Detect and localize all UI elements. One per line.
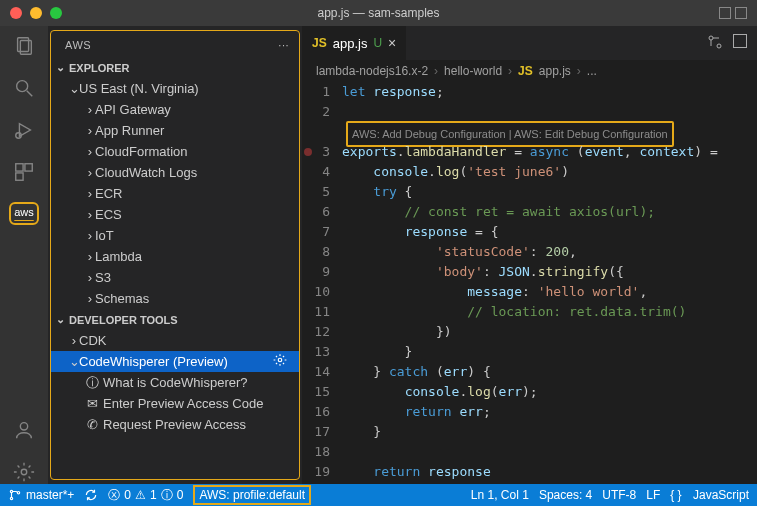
sidebar-more-icon[interactable]: ··· bbox=[278, 39, 289, 51]
close-window[interactable] bbox=[10, 7, 22, 19]
svg-point-12 bbox=[709, 36, 713, 40]
chevron-right-icon: › bbox=[85, 249, 95, 264]
tab-modified-indicator: U bbox=[373, 36, 382, 50]
cw-help[interactable]: ⓘWhat is CodeWhisperer? bbox=[51, 372, 299, 393]
svg-point-2 bbox=[17, 81, 28, 92]
svg-point-14 bbox=[10, 490, 12, 492]
extensions-icon[interactable] bbox=[12, 160, 36, 184]
breadcrumb[interactable]: lambda-nodejs16.x-2› hello-world› JS app… bbox=[302, 60, 757, 82]
svg-point-10 bbox=[21, 469, 27, 475]
chevron-right-icon: › bbox=[85, 270, 95, 285]
code-editor[interactable]: 123456789101112131415161718192021 let re… bbox=[302, 82, 757, 484]
cursor-position[interactable]: Ln 1, Col 1 bbox=[471, 488, 529, 502]
chevron-right-icon: › bbox=[85, 186, 95, 201]
statusbar: master*+ ⓧ0 ⚠1 ⓘ0 AWS: profile:default L… bbox=[0, 484, 757, 506]
breakpoint-icon[interactable] bbox=[304, 148, 312, 156]
region-node[interactable]: ⌄ US East (N. Virginia) bbox=[51, 78, 299, 99]
chevron-right-icon: › bbox=[85, 102, 95, 117]
service-lambda[interactable]: ›Lambda bbox=[51, 246, 299, 267]
tab-row: JS app.js U × bbox=[302, 26, 757, 60]
help-icon: ⓘ bbox=[85, 374, 99, 392]
gear-icon[interactable] bbox=[273, 353, 287, 370]
service-s3[interactable]: ›S3 bbox=[51, 267, 299, 288]
window-title: app.js — sam-samples bbox=[317, 6, 439, 20]
svg-rect-8 bbox=[16, 173, 23, 180]
settings-gear-icon[interactable] bbox=[12, 460, 36, 484]
service-cloudwatch-logs[interactable]: ›CloudWatch Logs bbox=[51, 162, 299, 183]
service-api-gateway[interactable]: ›API Gateway bbox=[51, 99, 299, 120]
sidebar-title: AWS bbox=[65, 39, 91, 51]
chevron-down-icon: ⌄ bbox=[69, 81, 79, 96]
service-iot[interactable]: ›IoT bbox=[51, 225, 299, 246]
encoding-status[interactable]: UTF-8 bbox=[602, 488, 636, 502]
send-icon: ✆ bbox=[85, 417, 99, 432]
cw-enter-code[interactable]: ✉Enter Preview Access Code bbox=[51, 393, 299, 414]
svg-point-13 bbox=[717, 44, 721, 48]
chevron-down-icon: ⌄ bbox=[55, 313, 65, 326]
tab-app-js[interactable]: JS app.js U × bbox=[302, 26, 407, 60]
service-cloudformation[interactable]: ›CloudFormation bbox=[51, 141, 299, 162]
chevron-right-icon: › bbox=[85, 165, 95, 180]
eol-status[interactable]: LF bbox=[646, 488, 660, 502]
aws-explorer-icon[interactable]: aws bbox=[9, 202, 39, 225]
svg-point-11 bbox=[278, 358, 282, 362]
service-schemas[interactable]: ›Schemas bbox=[51, 288, 299, 309]
codewhisperer-node[interactable]: ⌄ CodeWhisperer (Preview) bbox=[51, 351, 299, 372]
language-status[interactable]: { } JavaScript bbox=[670, 488, 749, 502]
cdk-node[interactable]: ›CDK bbox=[51, 330, 299, 351]
indent-status[interactable]: Spaces: 4 bbox=[539, 488, 592, 502]
search-icon[interactable] bbox=[12, 76, 36, 100]
sync-icon[interactable] bbox=[84, 488, 98, 502]
chevron-right-icon: › bbox=[85, 207, 95, 222]
service-ecs[interactable]: ›ECS bbox=[51, 204, 299, 225]
explorer-icon[interactable] bbox=[12, 34, 36, 58]
panel-toggle-icon[interactable] bbox=[719, 7, 747, 19]
svg-rect-7 bbox=[25, 164, 32, 171]
svg-line-3 bbox=[27, 91, 33, 97]
titlebar: app.js — sam-samples bbox=[0, 0, 757, 26]
close-icon[interactable]: × bbox=[388, 35, 396, 51]
chevron-down-icon: ⌄ bbox=[69, 354, 79, 369]
activity-bar: aws bbox=[0, 26, 48, 484]
js-icon: JS bbox=[518, 64, 533, 78]
maximize-window[interactable] bbox=[50, 7, 62, 19]
aws-sidebar: AWS ··· ⌄ EXPLORER ⌄ US East (N. Virgini… bbox=[50, 30, 300, 480]
service-ecr[interactable]: ›ECR bbox=[51, 183, 299, 204]
js-icon: JS bbox=[312, 36, 327, 50]
svg-point-9 bbox=[20, 423, 27, 430]
compare-icon[interactable] bbox=[707, 34, 723, 53]
mail-icon: ✉ bbox=[85, 396, 99, 411]
chevron-right-icon: › bbox=[85, 123, 95, 138]
svg-rect-6 bbox=[16, 164, 23, 171]
svg-point-15 bbox=[10, 497, 12, 499]
problems[interactable]: ⓧ0 ⚠1 ⓘ0 bbox=[108, 487, 183, 504]
chevron-right-icon: › bbox=[85, 144, 95, 159]
line-numbers: 123456789101112131415161718192021 bbox=[302, 82, 342, 484]
aws-profile-status[interactable]: AWS: profile:default bbox=[193, 485, 311, 505]
chevron-right-icon: › bbox=[85, 291, 95, 306]
split-editor-icon[interactable] bbox=[733, 34, 747, 53]
chevron-down-icon: ⌄ bbox=[55, 61, 65, 74]
run-debug-icon[interactable] bbox=[12, 118, 36, 142]
explorer-section[interactable]: ⌄ EXPLORER bbox=[51, 57, 299, 78]
accounts-icon[interactable] bbox=[12, 418, 36, 442]
dev-tools-section[interactable]: ⌄ DEVELOPER TOOLS bbox=[51, 309, 299, 330]
minimize-window[interactable] bbox=[30, 7, 42, 19]
chevron-right-icon: › bbox=[85, 228, 95, 243]
editor-area: JS app.js U × lambda-nodejs16.x-2› hello… bbox=[302, 26, 757, 484]
cw-request-access[interactable]: ✆Request Preview Access bbox=[51, 414, 299, 435]
chevron-right-icon: › bbox=[69, 333, 79, 348]
tab-filename: app.js bbox=[333, 36, 368, 51]
git-branch[interactable]: master*+ bbox=[8, 488, 74, 502]
service-app-runner[interactable]: ›App Runner bbox=[51, 120, 299, 141]
